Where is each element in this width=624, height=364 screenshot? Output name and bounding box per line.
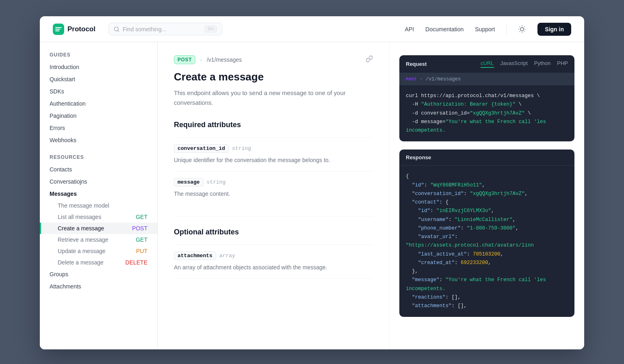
request-panel-title: Request: [406, 61, 427, 67]
request-panel: Request cURL JavasScript Python PHP POST…: [399, 55, 574, 141]
sidebar-item-attachments[interactable]: Attachments: [40, 280, 157, 292]
logo-icon: [53, 24, 64, 35]
attr-type-conversation-id: string: [232, 145, 251, 152]
sidebar-item-authentication[interactable]: Authentication: [40, 98, 157, 110]
tab-curl[interactable]: cURL: [481, 60, 494, 68]
svg-line-5: [520, 26, 520, 27]
sidebar-item-messages[interactable]: Messages: [40, 188, 157, 200]
sidebar: Guides Introduction Quickstart SDKs Auth…: [40, 42, 158, 349]
endpoint-header: POST · /v1/messages: [174, 55, 373, 64]
theme-toggle-icon[interactable]: [518, 25, 526, 33]
badge-delete: DELETE: [126, 259, 147, 266]
response-panel-header: Response: [399, 150, 574, 166]
sidebar-item-introduction[interactable]: Introduction: [40, 61, 157, 73]
sign-in-button[interactable]: Sign in: [537, 23, 571, 36]
badge-get-retrieve: GET: [136, 236, 147, 243]
code-url-path: · /v1/messages: [420, 76, 461, 82]
app-window: Protocol Find something... ⌘K API Docume…: [40, 16, 584, 349]
sidebar-item-contacts[interactable]: Contacts: [40, 163, 157, 176]
attr-message: message string The message content.: [174, 171, 373, 205]
attr-name-message: message: [174, 178, 204, 186]
sidebar-item-groups[interactable]: Groups: [40, 268, 157, 280]
nav-docs[interactable]: Documentation: [425, 26, 464, 32]
nav-api[interactable]: API: [405, 26, 414, 32]
attr-desc-message: The message content.: [174, 190, 373, 198]
resources-title: Resources: [40, 154, 157, 163]
optional-attrs-title: Optional attributes: [174, 228, 373, 236]
code-body: curl https://api.protocol.chat/v1/messag…: [399, 85, 574, 141]
svg-point-2: [520, 27, 524, 30]
resources-section: Resources Contacts Conversatiojns Messag…: [40, 154, 157, 292]
search-icon: [114, 26, 119, 32]
attr-name-conversation-id: conversation_id: [174, 144, 229, 153]
header: Protocol Find something... ⌘K API Docume…: [40, 16, 584, 42]
guides-title: Guides: [40, 52, 157, 61]
sidebar-subitem-update-message[interactable]: Update a message PUT: [40, 245, 157, 257]
search-placeholder: Find something...: [123, 26, 166, 32]
badge-post-create: POST: [132, 225, 147, 232]
svg-line-6: [524, 31, 525, 32]
response-panel: Response { "id": "WqY86BMFRiH5o11", "con…: [399, 150, 574, 317]
nav-support[interactable]: Support: [475, 26, 495, 32]
sidebar-subitem-message-model[interactable]: The message model: [40, 200, 157, 211]
main-content: POST · /v1/messages Create a message Thi…: [158, 42, 389, 349]
attr-name-attachments: attachments: [174, 251, 216, 260]
code-method: POST: [406, 77, 416, 82]
search-bar[interactable]: Find something... ⌘K: [108, 23, 222, 35]
tab-python[interactable]: Python: [534, 60, 550, 68]
sidebar-item-pagination[interactable]: Pagination: [40, 110, 157, 122]
response-code-body: { "id": "WqY86BMFRiH5o11", "conversation…: [399, 166, 574, 317]
search-shortcut: ⌘K: [205, 26, 217, 32]
attr-desc-attachments: An array of attachment objects associate…: [174, 263, 373, 272]
sidebar-item-errors[interactable]: Errors: [40, 122, 157, 134]
request-panel-header: Request cURL JavasScript Python PHP: [399, 55, 574, 73]
sidebar-item-sdks[interactable]: SDKs: [40, 85, 157, 98]
sidebar-subitem-delete-message[interactable]: Delete a message DELETE: [40, 257, 157, 268]
page-title: Create a message: [174, 71, 373, 83]
sidebar-subitem-create-message[interactable]: Create a message POST: [40, 223, 157, 234]
attr-type-attachments: array: [219, 253, 235, 259]
code-tabs: cURL JavasScript Python PHP: [481, 60, 568, 68]
header-divider: [506, 24, 507, 34]
sidebar-subitem-list-messages[interactable]: List all messages GET: [40, 211, 157, 223]
right-panel: Request cURL JavasScript Python PHP POST…: [389, 42, 584, 349]
endpoint-path: ·: [200, 56, 202, 63]
sidebar-item-quickstart[interactable]: Quickstart: [40, 73, 157, 85]
guides-section: Guides Introduction Quickstart SDKs Auth…: [40, 52, 157, 146]
section-divider: [174, 216, 373, 217]
tab-php[interactable]: PHP: [557, 60, 568, 68]
link-copy-icon[interactable]: [366, 55, 373, 63]
svg-line-10: [524, 26, 525, 27]
badge-get-list: GET: [136, 214, 147, 220]
attr-attachments: attachments array An array of attachment…: [174, 245, 373, 279]
badge-put-update: PUT: [136, 248, 147, 254]
response-panel-title: Response: [406, 154, 431, 160]
logo-text: Protocol: [67, 25, 95, 33]
attr-type-message: string: [207, 179, 226, 185]
tab-javascript[interactable]: JavasScript: [500, 60, 528, 68]
svg-point-1: [114, 27, 118, 31]
active-indicator: [40, 223, 41, 234]
svg-line-9: [520, 31, 520, 32]
page-description: This endpoint allows you to send a new m…: [174, 88, 373, 108]
code-url-bar: POST · /v1/messages: [399, 73, 574, 85]
method-badge: POST: [174, 55, 195, 64]
sidebar-item-webhooks[interactable]: Webhooks: [40, 134, 157, 146]
required-attrs-title: Required attributes: [174, 121, 373, 129]
header-nav: API Documentation Support Sign in: [405, 23, 571, 36]
sidebar-subitem-retrieve-message[interactable]: Retrieve a message GET: [40, 234, 157, 245]
attr-conversation-id: conversation_id string Unique identifier…: [174, 137, 373, 171]
logo[interactable]: Protocol: [53, 24, 95, 35]
attr-desc-conversation-id: Unique identifier for the conversation t…: [174, 156, 373, 165]
body: Guides Introduction Quickstart SDKs Auth…: [40, 42, 584, 349]
endpoint-path-text: /v1/messages: [207, 56, 242, 63]
sidebar-item-conversations[interactable]: Conversatiojns: [40, 176, 157, 188]
